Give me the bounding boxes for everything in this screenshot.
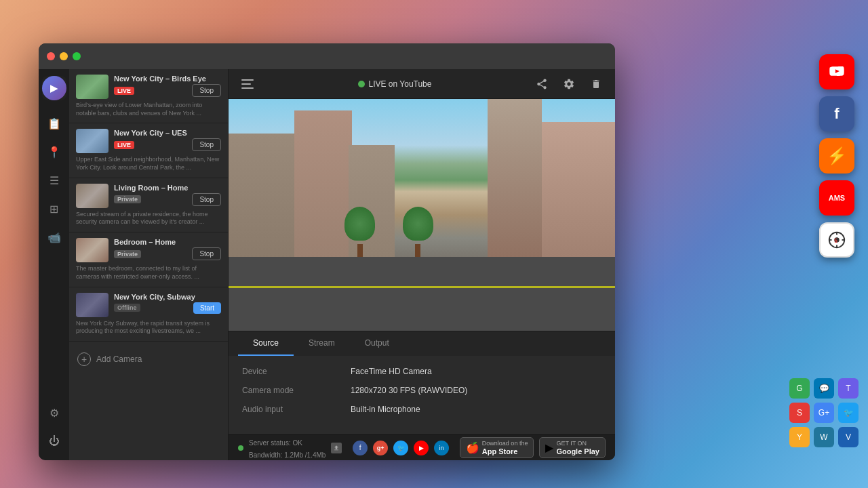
live-indicator: LIVE on YouTube	[358, 79, 432, 89]
mini-icon-v[interactable]: V	[838, 427, 859, 447]
camera-btn-1[interactable]: Stop	[192, 138, 221, 151]
tree-1	[344, 210, 375, 261]
mini-icon-s[interactable]: S	[789, 403, 810, 423]
footer-left: Server status: OK Bandwidth: 1.2Mb /1.4M…	[238, 436, 342, 460]
camera-status-row-4: Offline Start	[114, 302, 221, 314]
minimize-button[interactable]	[60, 52, 68, 60]
googleplay-badge[interactable]: ▶ GET IT ON Google Play	[539, 437, 606, 458]
sidebar-item-settings[interactable]: ⚙	[42, 401, 66, 425]
camera-list: New York City – Birds Eye LIVE Stop Bird…	[69, 69, 229, 460]
upload-icon[interactable]	[331, 443, 342, 453]
audio-input-label: Audio input	[242, 405, 351, 414]
camera-desc-2: Secured stream of a private residence, t…	[76, 211, 221, 226]
camera-item-1[interactable]: New York City – UES LIVE Stop Upper East…	[69, 123, 228, 178]
mini-icon-g[interactable]: G	[789, 378, 810, 399]
delete-button[interactable]	[587, 75, 606, 94]
svg-rect-2	[241, 87, 254, 89]
appstore-badge[interactable]: 🍎 Download on the App Store	[460, 437, 534, 458]
sidebar-item-grid[interactable]: ⊞	[42, 197, 66, 221]
linkedin-footer-icon[interactable]: in	[434, 441, 449, 455]
camera-btn-2[interactable]: Stop	[192, 193, 221, 206]
live-text: LIVE on YouTube	[369, 79, 432, 89]
power-icon: ⏻	[49, 435, 60, 447]
camera-info-0: New York City – Birds Eye LIVE Stop	[114, 75, 221, 99]
main-content: LIVE on YouTube	[229, 69, 615, 460]
mini-icon-t[interactable]: T	[838, 378, 859, 399]
building-1	[229, 134, 298, 261]
thunder-dock-icon[interactable]: ⚡	[819, 138, 854, 174]
camera-thumb-3	[76, 238, 108, 262]
camera-item-0[interactable]: New York City – Birds Eye LIVE Stop Bird…	[69, 69, 228, 123]
sidebar-item-book[interactable]: 📋	[42, 111, 66, 136]
facebook-dock-icon[interactable]: f	[819, 96, 854, 131]
video-area	[229, 99, 615, 331]
camera-status-row-3: Private Stop	[114, 247, 221, 260]
ams-dock-icon[interactable]: AMS	[819, 180, 854, 216]
camera-thumb-0	[76, 75, 108, 99]
app-body: ▶ 📋 📍 ☰ ⊞ 📹 ⚙ ⏻	[39, 69, 615, 460]
mini-icon-gplus[interactable]: G+	[814, 403, 834, 423]
mini-icon-wp[interactable]: W	[814, 427, 834, 447]
maximize-button[interactable]	[73, 52, 81, 60]
settings-button[interactable]	[559, 75, 578, 94]
mini-icon-y[interactable]: Y	[789, 427, 810, 447]
building-4	[538, 122, 615, 261]
menu-icon[interactable]	[238, 75, 257, 94]
googleplay-main-text: Google Play	[556, 447, 599, 455]
add-icon: +	[77, 352, 91, 366]
share-button[interactable]	[532, 75, 551, 94]
server-status-dot	[238, 445, 243, 451]
close-button[interactable]	[47, 52, 55, 60]
youtube-dock-icon[interactable]	[819, 54, 854, 89]
mini-icon-tw[interactable]: 🐦	[838, 403, 859, 423]
bandwidth-text: Bandwidth: 1.2Mb /1.4Mb	[249, 451, 326, 459]
appstore-pre-text: Download on the	[482, 440, 528, 447]
store-badges: 🍎 Download on the App Store ▶ GET IT ON …	[460, 437, 606, 458]
camera-item-3[interactable]: Bedroom – Home Private Stop The master b…	[69, 232, 228, 287]
sidebar-item-video[interactable]: 📹	[42, 225, 66, 249]
audio-input-row: Audio input Built-in Microphone	[242, 405, 601, 414]
camera-item-4[interactable]: New York City, Subway Offline Start New …	[69, 287, 228, 342]
facebook-footer-icon[interactable]: f	[353, 441, 368, 455]
camera-btn-3[interactable]: Stop	[192, 247, 221, 260]
building-5	[488, 99, 542, 261]
building-2	[294, 110, 353, 261]
device-row: Device FaceTime HD Camera	[242, 367, 601, 376]
camera-btn-0[interactable]: Stop	[192, 84, 221, 97]
tab-output[interactable]: Output	[350, 331, 404, 356]
road-line	[229, 286, 615, 288]
detail-tabs: Source Stream Output	[229, 331, 615, 356]
googleplus-footer-icon[interactable]: g+	[373, 441, 388, 455]
add-camera-button[interactable]: + Add Camera	[69, 344, 228, 374]
camera-info-3: Bedroom – Home Private Stop	[114, 238, 221, 262]
youtube-footer-icon[interactable]: ▶	[414, 441, 429, 455]
live-dot	[358, 81, 365, 87]
camera-name-1: New York City – UES	[114, 129, 221, 137]
top-bar: LIVE on YouTube	[229, 69, 615, 99]
tree-top-2	[403, 207, 433, 241]
camera-status-2: Private	[114, 195, 141, 203]
camera-mode-row: Camera mode 868x488 30 FPS (RAWVIDEO)	[242, 386, 601, 395]
sidebar-item-list[interactable]: ☰	[42, 168, 66, 192]
camera-desc-4: New York City Subway, the rapid transit …	[76, 320, 221, 336]
sidebar-logo[interactable]: ▶	[42, 76, 66, 100]
tab-source[interactable]: Source	[238, 331, 294, 356]
tree-2	[403, 210, 433, 261]
device-label: Device	[242, 367, 351, 376]
svg-text:5: 5	[834, 237, 837, 244]
tab-stream[interactable]: Stream	[294, 331, 350, 356]
s5-dock-icon[interactable]: 5	[819, 222, 854, 258]
camera-name-4: New York City, Subway	[114, 293, 221, 301]
mini-icon-chat[interactable]: 💬	[814, 378, 834, 399]
camera-btn-4[interactable]: Start	[193, 302, 221, 314]
googleplay-pre-text: GET IT ON	[556, 440, 599, 447]
details-panel: Device FaceTime HD Camera Camera mode 12…	[229, 356, 615, 434]
camera-item-2[interactable]: Living Room – Home Private Stop Secured …	[69, 178, 228, 232]
camera-thumb-2	[76, 184, 108, 208]
twitter-footer-icon[interactable]: 🐦	[393, 441, 408, 455]
camera-info-2: Living Room – Home Private Stop	[114, 184, 221, 208]
book-icon: 📋	[47, 117, 61, 130]
mini-dock-row-3: Y W V	[789, 427, 859, 447]
sidebar-item-power[interactable]: ⏻	[42, 429, 66, 453]
sidebar-item-location[interactable]: 📍	[42, 140, 66, 164]
